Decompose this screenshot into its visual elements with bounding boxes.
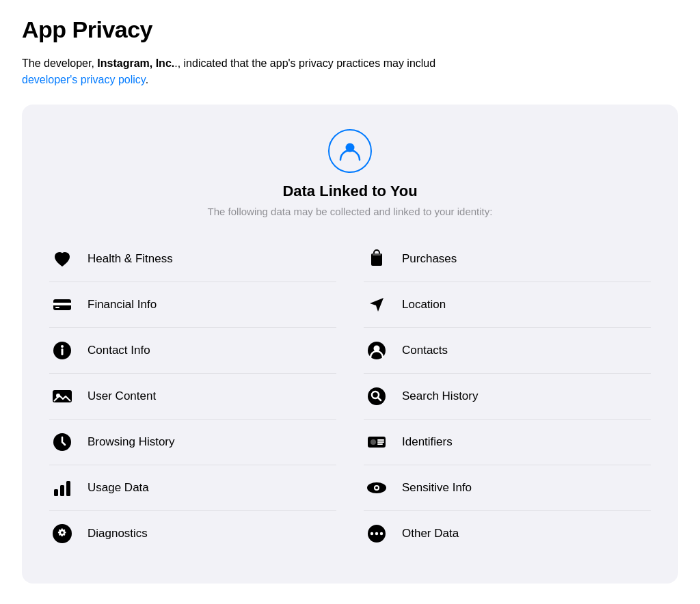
svg-point-29 <box>375 532 378 535</box>
financial-info-label: Financial Info <box>88 298 157 312</box>
contact-info-label: Contact Info <box>88 344 150 357</box>
financial-info-icon <box>49 292 75 318</box>
sensitive-info-icon <box>364 475 390 501</box>
svg-point-30 <box>380 532 383 535</box>
left-column: Health & Fitness Financial Info <box>49 236 336 556</box>
user-content-icon <box>49 383 75 409</box>
list-item: Identifiers <box>364 420 651 465</box>
list-item: Health & Fitness <box>49 236 336 282</box>
card-subtitle: The following data may be collected and … <box>208 206 493 217</box>
location-icon <box>364 292 390 318</box>
identifiers-label: Identifiers <box>402 435 453 449</box>
list-item: Other Data <box>364 511 651 556</box>
identifiers-icon <box>364 429 390 455</box>
svg-rect-2 <box>53 303 71 305</box>
list-item: Contact Info <box>49 328 336 374</box>
diagnostics-label: Diagnostics <box>88 527 148 540</box>
list-item: User Content <box>49 374 336 420</box>
list-item: Contacts <box>364 328 651 374</box>
usage-data-icon <box>49 475 75 501</box>
card-title: Data Linked to You <box>282 182 417 200</box>
card-header: Data Linked to You The following data ma… <box>49 129 651 217</box>
person-icon <box>338 139 362 163</box>
search-history-label: Search History <box>402 389 478 403</box>
page-title: App Privacy <box>22 16 678 43</box>
other-data-label: Other Data <box>402 527 459 540</box>
diagnostics-icon <box>49 521 75 547</box>
svg-rect-12 <box>66 481 70 496</box>
purchases-label: Purchases <box>402 252 457 266</box>
svg-rect-3 <box>55 307 59 308</box>
list-item: Diagnostics <box>49 511 336 556</box>
location-label: Location <box>402 298 446 312</box>
data-grid: Health & Fitness Financial Info <box>49 236 651 556</box>
list-item: Location <box>364 282 651 328</box>
browsing-history-label: Browsing History <box>88 435 175 449</box>
usage-data-label: Usage Data <box>88 481 149 495</box>
company-name: Instagram, Inc. <box>97 57 174 69</box>
svg-rect-5 <box>62 348 64 355</box>
svg-point-6 <box>61 345 64 348</box>
description-suffix: ., indicated that the app's privacy prac… <box>174 57 435 69</box>
list-item: Financial Info <box>49 282 336 328</box>
svg-point-20 <box>371 439 376 445</box>
sensitive-info-label: Sensitive Info <box>402 481 472 495</box>
svg-point-16 <box>368 387 386 405</box>
svg-rect-10 <box>54 489 58 496</box>
contacts-label: Contacts <box>402 344 448 357</box>
svg-rect-13 <box>373 253 381 256</box>
right-column: Purchases Location <box>364 236 651 556</box>
privacy-policy-link[interactable]: developer's privacy policy <box>22 74 146 85</box>
list-item: Browsing History <box>49 420 336 465</box>
contact-info-icon <box>49 338 75 363</box>
other-data-icon <box>364 521 390 547</box>
contacts-icon <box>364 338 390 363</box>
user-icon-circle <box>328 129 372 173</box>
description-text: The developer, Instagram, Inc.., indicat… <box>22 55 678 88</box>
list-item: Purchases <box>364 236 651 282</box>
list-item: Usage Data <box>49 465 336 511</box>
health-fitness-icon <box>49 246 75 272</box>
privacy-card: Data Linked to You The following data ma… <box>22 105 678 584</box>
period: . <box>146 74 148 85</box>
svg-point-26 <box>375 486 378 489</box>
user-content-label: User Content <box>88 389 156 403</box>
svg-point-28 <box>371 532 373 535</box>
svg-rect-7 <box>53 390 72 402</box>
list-item: Sensitive Info <box>364 465 651 511</box>
list-item: Search History <box>364 374 651 420</box>
description-prefix: The developer, <box>22 57 97 69</box>
browsing-history-icon <box>49 429 75 455</box>
search-history-icon <box>364 383 390 409</box>
health-fitness-label: Health & Fitness <box>88 252 173 266</box>
purchases-icon <box>364 246 390 272</box>
svg-rect-11 <box>60 485 64 496</box>
